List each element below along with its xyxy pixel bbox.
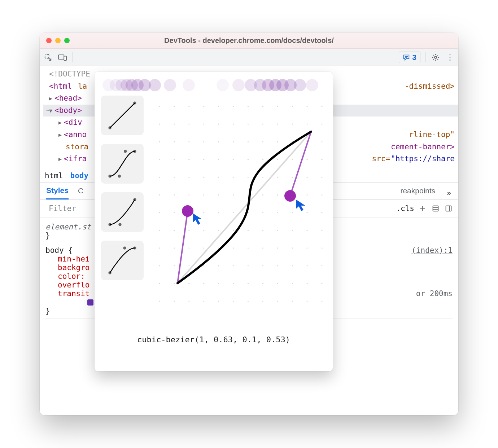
anno-tag[interactable]: <anno: [64, 129, 87, 141]
bezier-canvas[interactable]: [156, 96, 326, 326]
svg-point-49: [248, 141, 249, 142]
svg-point-22: [203, 106, 204, 107]
issues-button[interactable]: 3: [399, 52, 420, 63]
svg-point-143: [218, 283, 219, 284]
div-tag[interactable]: <div: [64, 117, 82, 129]
traffic-lights: [46, 38, 70, 43]
attr-name: src=: [372, 153, 390, 165]
svg-point-123: [277, 247, 278, 249]
preset-ease-out[interactable]: [101, 241, 144, 280]
svg-point-128: [174, 265, 175, 266]
svg-point-114: [321, 230, 322, 231]
bezier-editor-popover[interactable]: cubic-bezier(1, 0.63, 0.1, 0.53): [95, 72, 333, 371]
gear-icon[interactable]: [431, 53, 440, 62]
breadcrumb-item-body[interactable]: body: [70, 171, 89, 180]
svg-point-50: [262, 141, 263, 142]
svg-point-144: [233, 283, 234, 284]
disclosure-triangle-icon[interactable]: ▶: [58, 155, 62, 163]
preset-linear[interactable]: [101, 96, 144, 135]
ifra-tag[interactable]: <ifra: [64, 153, 87, 165]
svg-point-19: [159, 106, 160, 107]
svg-point-64: [292, 159, 293, 160]
svg-rect-5: [446, 206, 451, 211]
body-tag[interactable]: <body>: [54, 105, 82, 117]
svg-point-138: [321, 265, 322, 266]
computed-styles-icon[interactable]: [431, 204, 440, 213]
inspect-element-icon[interactable]: [43, 53, 53, 62]
bezier-handle-p2[interactable]: [284, 190, 296, 202]
rule-source-link[interactable]: (index):1: [411, 246, 453, 255]
window-zoom-button[interactable]: [64, 38, 70, 43]
window-minimize-button[interactable]: [55, 38, 61, 43]
bezier-handle-p1[interactable]: [182, 205, 193, 217]
head-tag[interactable]: <head>: [54, 92, 82, 105]
preset-ease-in[interactable]: [101, 192, 144, 232]
device-toolbar-icon[interactable]: [58, 53, 67, 62]
svg-point-146: [262, 283, 263, 284]
doctype: <!DOCTYPE: [49, 68, 90, 80]
tabs-overflow-button[interactable]: »: [447, 188, 452, 197]
bezier-swatch-icon[interactable]: [87, 299, 93, 306]
tab-computed[interactable]: C: [78, 186, 83, 199]
svg-point-152: [174, 300, 175, 302]
css-property[interactable]: transit: [58, 289, 90, 298]
svg-line-163: [178, 132, 311, 283]
svg-point-69: [188, 177, 189, 178]
filter-input[interactable]: Filter: [45, 203, 80, 214]
svg-point-60: [233, 159, 234, 160]
svg-point-145: [248, 283, 249, 284]
svg-point-57: [188, 159, 189, 160]
svg-point-80: [174, 194, 175, 196]
css-property[interactable]: color:: [58, 272, 85, 281]
html-attr: la: [78, 80, 87, 93]
svg-point-86: [262, 194, 263, 196]
svg-point-130: [203, 265, 204, 266]
cls-toggle[interactable]: .cls: [396, 204, 414, 213]
svg-point-134: [262, 265, 263, 266]
toolbar-separator: [425, 52, 426, 62]
bezier-curve-editor[interactable]: [156, 96, 326, 334]
kebab-menu-icon[interactable]: ⋮: [445, 53, 455, 62]
svg-point-81: [188, 194, 189, 196]
filter-placeholder: Filter: [49, 204, 76, 213]
toggle-sidebar-icon[interactable]: [444, 204, 453, 213]
html-tag[interactable]: <html: [49, 80, 72, 93]
svg-point-25: [248, 106, 249, 107]
svg-point-124: [292, 247, 293, 249]
bezier-presets: [101, 96, 148, 334]
svg-point-100: [292, 212, 293, 213]
css-property[interactable]: overflo: [58, 281, 90, 289]
svg-point-85: [248, 194, 249, 196]
svg-point-27: [277, 106, 278, 107]
svg-point-160: [292, 300, 293, 302]
new-rule-icon[interactable]: ＋: [418, 204, 427, 213]
svg-point-72: [233, 177, 234, 178]
breadcrumb-item-html[interactable]: html: [45, 171, 63, 180]
svg-point-153: [188, 300, 189, 302]
svg-point-157: [248, 300, 249, 302]
tab-styles[interactable]: Styles: [46, 186, 69, 199]
disclosure-triangle-icon[interactable]: ▶: [49, 94, 52, 103]
svg-point-34: [203, 123, 204, 124]
svg-point-104: [174, 230, 175, 231]
svg-point-120: [233, 247, 234, 249]
css-value[interactable]: or 200ms: [416, 289, 453, 298]
disclosure-triangle-icon[interactable]: ▶: [58, 131, 62, 139]
css-property[interactable]: min-hei: [58, 255, 90, 263]
svg-point-58: [203, 159, 204, 160]
svg-point-71: [218, 177, 219, 178]
rule-selector[interactable]: element.st: [45, 223, 91, 231]
svg-point-40: [292, 123, 293, 124]
css-property[interactable]: backgro: [58, 263, 90, 272]
html-attr-tail: -dismissed>: [405, 80, 455, 93]
window-close-button[interactable]: [46, 38, 52, 43]
attr-fragment: stora: [66, 141, 88, 153]
svg-point-65: [306, 159, 307, 160]
svg-point-67: [159, 177, 160, 178]
preset-ease-in-out[interactable]: [101, 144, 144, 184]
svg-point-154: [203, 300, 204, 302]
disclosure-triangle-icon[interactable]: ▶: [58, 118, 62, 127]
main-panel: <!DOCTYPE <html la -dismissed> ▶<head> ⋯…: [40, 66, 458, 415]
tab-breakpoints[interactable]: reakpoints: [400, 186, 435, 199]
svg-point-74: [262, 177, 263, 178]
